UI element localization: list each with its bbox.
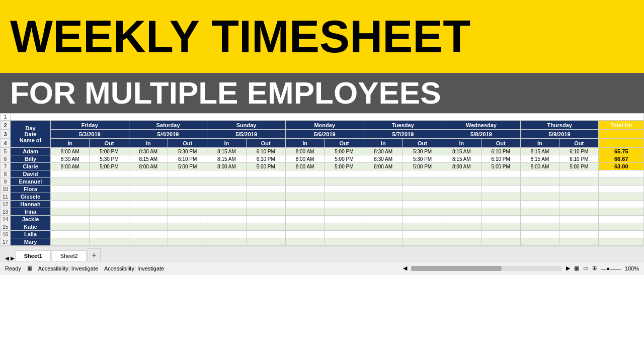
time-in[interactable]: 8:00 AM	[129, 163, 168, 170]
time-out[interactable]: 5:00 PM	[90, 163, 129, 170]
time-out[interactable]	[559, 178, 599, 186]
time-out[interactable]	[559, 231, 599, 238]
time-out[interactable]	[90, 178, 129, 186]
time-in[interactable]	[51, 186, 90, 193]
time-out[interactable]	[559, 216, 599, 223]
time-in[interactable]: 8:00 AM	[285, 163, 324, 170]
tab-sheet1[interactable]: Sheet1	[16, 250, 51, 261]
time-in[interactable]: 8:00 AM	[520, 163, 559, 170]
time-in[interactable]	[51, 201, 90, 208]
time-in[interactable]: 8:15 AM	[520, 148, 559, 155]
time-in[interactable]	[442, 170, 481, 178]
add-sheet-button[interactable]: +	[88, 248, 101, 261]
time-in[interactable]: 8:30 AM	[51, 155, 90, 163]
time-out[interactable]	[559, 193, 599, 201]
time-in[interactable]	[285, 238, 324, 246]
time-out[interactable]	[481, 170, 520, 178]
time-out[interactable]: 6:10 PM	[481, 155, 520, 163]
time-out[interactable]	[246, 186, 285, 193]
time-in[interactable]	[364, 231, 403, 238]
time-out[interactable]	[90, 193, 129, 201]
time-out[interactable]	[325, 216, 364, 223]
time-out[interactable]	[90, 186, 129, 193]
time-in[interactable]: 8:30 AM	[129, 148, 168, 155]
time-in[interactable]: 8:00 AM	[285, 148, 324, 155]
time-in[interactable]	[51, 231, 90, 238]
time-in[interactable]	[51, 178, 90, 186]
time-out[interactable]	[168, 186, 207, 193]
time-out[interactable]: 5:30 PM	[403, 155, 442, 163]
time-in[interactable]	[285, 208, 324, 216]
time-in[interactable]	[442, 231, 481, 238]
time-in[interactable]	[520, 186, 559, 193]
time-in[interactable]	[129, 186, 168, 193]
time-out[interactable]: 5:30 PM	[403, 148, 442, 155]
time-in[interactable]	[129, 208, 168, 216]
time-out[interactable]	[168, 223, 207, 231]
time-out[interactable]	[481, 223, 520, 231]
time-out[interactable]	[481, 201, 520, 208]
time-out[interactable]: 6:10 PM	[559, 148, 599, 155]
time-in[interactable]	[285, 193, 324, 201]
time-in[interactable]	[285, 231, 324, 238]
time-in[interactable]	[207, 178, 246, 186]
time-in[interactable]	[51, 238, 90, 246]
time-in[interactable]	[520, 208, 559, 216]
time-in[interactable]	[285, 186, 324, 193]
time-out[interactable]	[481, 193, 520, 201]
time-out[interactable]	[481, 178, 520, 186]
time-in[interactable]	[364, 238, 403, 246]
time-out[interactable]: 5:30 PM	[168, 148, 207, 155]
time-out[interactable]	[559, 170, 599, 178]
time-out[interactable]	[246, 170, 285, 178]
time-in[interactable]: 8:15 AM	[207, 155, 246, 163]
time-in[interactable]	[207, 208, 246, 216]
time-in[interactable]	[520, 216, 559, 223]
sheet-nav[interactable]: ◀ ▶	[5, 255, 15, 261]
time-in[interactable]: 8:00 AM	[285, 155, 324, 163]
time-out[interactable]	[168, 178, 207, 186]
time-in[interactable]	[285, 216, 324, 223]
time-in[interactable]	[520, 238, 559, 246]
time-in[interactable]	[520, 201, 559, 208]
time-out[interactable]	[246, 216, 285, 223]
view-page[interactable]: ▭	[583, 265, 588, 272]
time-in[interactable]	[129, 201, 168, 208]
time-out[interactable]	[481, 208, 520, 216]
time-out[interactable]	[246, 223, 285, 231]
time-out[interactable]	[403, 193, 442, 201]
time-out[interactable]	[246, 193, 285, 201]
time-in[interactable]	[129, 178, 168, 186]
time-out[interactable]	[168, 201, 207, 208]
time-in[interactable]: 8:00 AM	[51, 163, 90, 170]
time-out[interactable]	[481, 186, 520, 193]
time-in[interactable]	[520, 231, 559, 238]
time-in[interactable]	[207, 186, 246, 193]
time-in[interactable]	[442, 178, 481, 186]
time-out[interactable]	[325, 170, 364, 178]
scroll-right-arrow[interactable]: ▶	[566, 265, 570, 272]
time-in[interactable]	[129, 223, 168, 231]
time-out[interactable]	[559, 186, 599, 193]
time-in[interactable]	[129, 231, 168, 238]
time-out[interactable]	[168, 238, 207, 246]
time-in[interactable]: 8:15 AM	[442, 155, 481, 163]
time-in[interactable]	[207, 231, 246, 238]
time-out[interactable]: 6:10 PM	[246, 148, 285, 155]
time-in[interactable]	[51, 208, 90, 216]
time-out[interactable]	[403, 178, 442, 186]
time-in[interactable]	[364, 178, 403, 186]
time-in[interactable]	[364, 170, 403, 178]
time-in[interactable]	[442, 193, 481, 201]
time-out[interactable]	[403, 186, 442, 193]
view-page-break[interactable]: ⊞	[592, 265, 597, 272]
time-in[interactable]	[520, 178, 559, 186]
time-out[interactable]	[559, 223, 599, 231]
time-in[interactable]	[129, 170, 168, 178]
time-out[interactable]: 6:10 PM	[168, 155, 207, 163]
time-out[interactable]	[168, 170, 207, 178]
time-in[interactable]	[51, 223, 90, 231]
time-in[interactable]	[207, 193, 246, 201]
time-in[interactable]	[207, 238, 246, 246]
time-out[interactable]	[403, 216, 442, 223]
